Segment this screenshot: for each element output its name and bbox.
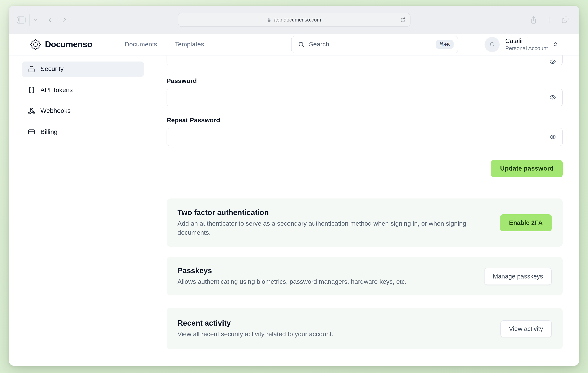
sidebar-item-security[interactable]: Security <box>22 61 144 77</box>
passkeys-title: Passkeys <box>178 266 407 275</box>
sidebar-item-webhooks[interactable]: Webhooks <box>22 103 144 119</box>
manage-passkeys-button[interactable]: Manage passkeys <box>484 268 552 285</box>
current-password-input[interactable] <box>167 55 562 65</box>
lock-icon <box>28 66 35 73</box>
two-factor-title: Two factor authentication <box>178 208 480 217</box>
browser-window: app.documenso.com <box>9 6 579 366</box>
two-factor-card: Two factor authentication Add an authent… <box>167 199 563 247</box>
main-nav: Documents Templates <box>125 41 204 48</box>
search-icon <box>298 41 305 48</box>
lock-icon <box>267 17 271 22</box>
toolbar-divider <box>30 14 30 25</box>
recent-activity-description: View all recent security activity relate… <box>178 330 333 339</box>
account-type: Personal Account <box>505 45 548 51</box>
back-icon[interactable] <box>47 17 53 23</box>
update-password-button[interactable]: Update password <box>491 160 563 177</box>
eye-icon[interactable] <box>549 58 556 65</box>
webhook-icon <box>28 108 35 115</box>
credit-card-icon <box>28 129 35 136</box>
account-menu[interactable]: C Catalin Personal Account <box>484 37 558 52</box>
passkeys-description: Allows authenticating using biometrics, … <box>178 277 407 286</box>
eye-icon[interactable] <box>549 94 556 101</box>
repeat-password-input[interactable] <box>167 128 562 145</box>
sidebar-item-label: Security <box>40 65 64 73</box>
forward-icon[interactable] <box>62 17 67 23</box>
browser-toolbar: app.documenso.com <box>9 6 579 34</box>
share-icon[interactable] <box>530 15 537 24</box>
sidebar-item-api-tokens[interactable]: API Tokens <box>22 82 144 98</box>
password-label: Password <box>167 77 563 85</box>
sidebar-toggle-icon[interactable] <box>17 16 26 24</box>
recent-activity-card: Recent activity View all recent security… <box>167 308 563 349</box>
settings-sidebar: Security API Tokens <box>9 55 167 366</box>
enable-2fa-button[interactable]: Enable 2FA <box>500 214 552 231</box>
braces-icon <box>28 87 35 94</box>
section-divider <box>167 189 563 189</box>
sidebar-item-billing[interactable]: Billing <box>22 124 144 140</box>
brand-name: Documenso <box>45 40 92 50</box>
search-input[interactable] <box>309 41 431 48</box>
desktop-background: app.documenso.com <box>0 0 588 373</box>
view-activity-button[interactable]: View activity <box>500 320 552 337</box>
url-text: app.documenso.com <box>274 17 321 23</box>
eye-icon[interactable] <box>549 134 556 140</box>
two-factor-description: Add an authenticator to serve as a secon… <box>178 219 480 237</box>
search-shortcut-badge: ⌘+K <box>436 40 453 49</box>
reload-icon[interactable] <box>400 17 406 23</box>
security-settings-content: Password Repeat Password Update password <box>167 55 579 366</box>
app-body: Security API Tokens <box>9 55 579 366</box>
nav-templates[interactable]: Templates <box>175 41 204 48</box>
chevron-down-icon[interactable] <box>33 18 38 22</box>
repeat-password-field[interactable] <box>167 128 563 146</box>
avatar: C <box>484 37 500 52</box>
search-bar[interactable]: ⌘+K <box>291 36 458 53</box>
app-header: Documenso Documents Templates ⌘+K C Cata… <box>9 34 579 55</box>
recent-activity-title: Recent activity <box>178 319 333 328</box>
tabs-overview-icon[interactable] <box>561 16 569 24</box>
password-input[interactable] <box>167 89 562 106</box>
passkeys-card: Passkeys Allows authenticating using bio… <box>167 257 563 295</box>
password-field[interactable] <box>167 89 563 106</box>
new-tab-icon[interactable] <box>545 16 553 24</box>
chevrons-up-down-icon <box>553 42 558 47</box>
repeat-password-label: Repeat Password <box>167 116 563 124</box>
current-password-field[interactable] <box>167 55 563 65</box>
sidebar-item-label: Webhooks <box>40 107 71 115</box>
nav-documents[interactable]: Documents <box>125 41 157 48</box>
sidebar-item-label: Billing <box>40 128 58 136</box>
brand[interactable]: Documenso <box>30 39 92 50</box>
sidebar-item-label: API Tokens <box>40 86 73 94</box>
account-name: Catalin <box>505 37 548 45</box>
address-bar[interactable]: app.documenso.com <box>178 13 410 27</box>
documenso-rosette-icon <box>30 39 41 50</box>
